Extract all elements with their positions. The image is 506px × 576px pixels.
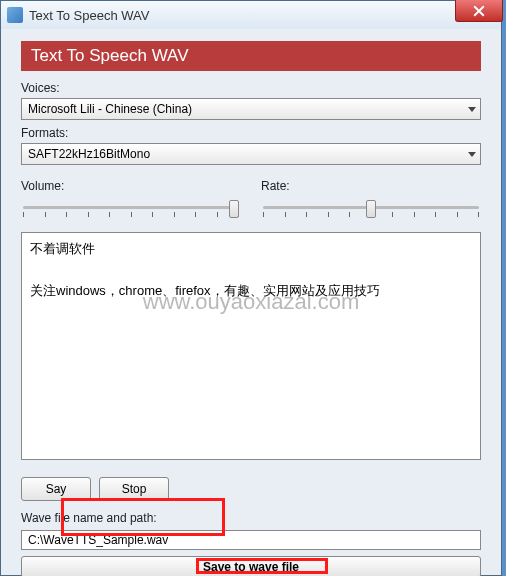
slider-thumb[interactable] — [229, 200, 239, 218]
formats-label: Formats: — [21, 126, 481, 140]
banner-title: Text To Speech WAV — [31, 46, 188, 65]
content-area: Text To Speech WAV Voices: Microsoft Lil… — [1, 29, 501, 575]
app-window: Text To Speech WAV Text To Speech WAV Vo… — [0, 0, 502, 576]
voices-dropdown[interactable]: Microsoft Lili - Chinese (China) — [21, 98, 481, 120]
rate-label: Rate: — [261, 179, 481, 193]
say-button[interactable]: Say — [21, 477, 91, 501]
slider-thumb[interactable] — [366, 200, 376, 218]
volume-label: Volume: — [21, 179, 241, 193]
titlebar: Text To Speech WAV — [1, 1, 501, 29]
save-button[interactable]: Save to wave file — [21, 556, 481, 576]
close-button[interactable] — [455, 0, 503, 22]
slider-ticks — [21, 212, 241, 218]
voices-label: Voices: — [21, 81, 481, 95]
wavefile-label: Wave file name and path: — [21, 511, 481, 525]
stop-button[interactable]: Stop — [99, 477, 169, 501]
app-icon — [7, 7, 23, 23]
chevron-down-icon — [468, 152, 476, 157]
close-icon — [473, 5, 485, 17]
play-controls: Say Stop — [21, 477, 481, 501]
formats-selected: SAFT22kHz16BitMono — [28, 147, 150, 161]
window-title: Text To Speech WAV — [29, 8, 149, 23]
volume-slider[interactable] — [21, 196, 241, 224]
rate-slider[interactable] — [261, 196, 481, 224]
app-banner: Text To Speech WAV — [21, 41, 481, 71]
formats-dropdown[interactable]: SAFT22kHz16BitMono — [21, 143, 481, 165]
voices-selected: Microsoft Lili - Chinese (China) — [28, 102, 192, 116]
slider-track — [23, 206, 239, 209]
text-input[interactable] — [21, 232, 481, 460]
chevron-down-icon — [468, 107, 476, 112]
wavefile-path-input[interactable] — [21, 530, 481, 550]
